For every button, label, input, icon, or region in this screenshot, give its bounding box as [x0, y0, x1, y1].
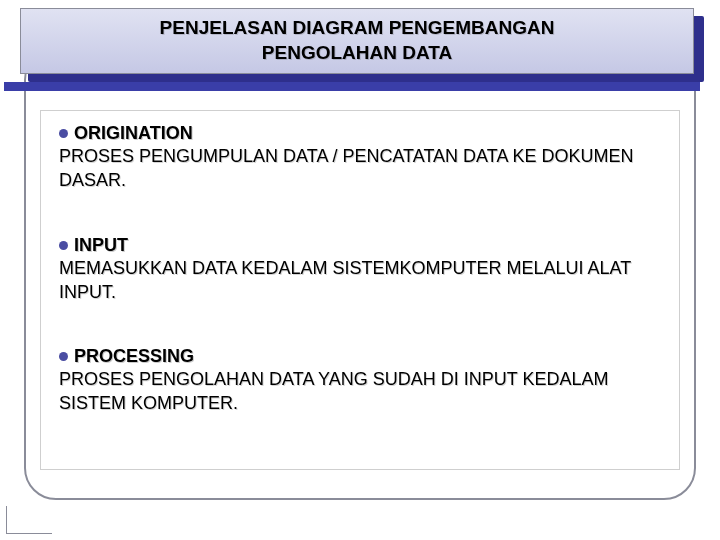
item-heading: PROCESSING: [74, 346, 194, 367]
title-bar: PENJELASAN DIAGRAM PENGEMBANGAN PENGOLAH…: [20, 8, 700, 82]
title-underline: [4, 82, 700, 91]
content-box: ORIGINATION PROSES PENGUMPULAN DATA / PE…: [40, 110, 680, 470]
item-body: PROSES PENGOLAHAN DATA YANG SUDAH DI INP…: [59, 367, 661, 416]
list-item-head: INPUT: [59, 235, 661, 256]
item-heading: INPUT: [74, 235, 128, 256]
slide-title: PENJELASAN DIAGRAM PENGEMBANGAN PENGOLAH…: [160, 16, 555, 65]
slide: PENJELASAN DIAGRAM PENGEMBANGAN PENGOLAH…: [0, 0, 720, 540]
list-item: INPUT MEMASUKKAN DATA KEDALAM SISTEMKOMP…: [59, 235, 661, 305]
bullet-icon: [59, 241, 68, 250]
item-body: MEMASUKKAN DATA KEDALAM SISTEMKOMPUTER M…: [59, 256, 661, 305]
list-item: PROCESSING PROSES PENGOLAHAN DATA YANG S…: [59, 346, 661, 416]
list-item-head: PROCESSING: [59, 346, 661, 367]
bullet-icon: [59, 129, 68, 138]
bullet-icon: [59, 352, 68, 361]
list-item-head: ORIGINATION: [59, 123, 661, 144]
item-body: PROSES PENGUMPULAN DATA / PENCATATAN DAT…: [59, 144, 661, 193]
corner-mark: [6, 506, 52, 534]
title-bar-face: PENJELASAN DIAGRAM PENGEMBANGAN PENGOLAH…: [20, 8, 694, 74]
item-heading: ORIGINATION: [74, 123, 193, 144]
list-item: ORIGINATION PROSES PENGUMPULAN DATA / PE…: [59, 123, 661, 193]
